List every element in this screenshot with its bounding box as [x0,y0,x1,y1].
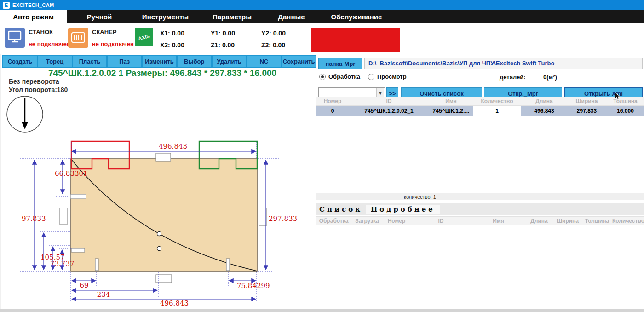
barcode-scanner-icon [68,28,88,48]
window-title: EXCITECH_CAM [12,2,54,8]
cell-quantity: 1 [473,106,521,116]
radio-preview-label: Просмотр [377,73,407,80]
col-length2[interactable]: Длина [525,216,553,225]
col-thickness[interactable]: Толшина [606,97,644,106]
parts-table-header: Номер ID Имя Количество Длина Ширина Тол… [316,97,644,106]
axis-badge: AXIS [135,28,153,46]
machine-state: не подключен [29,40,70,47]
slot-left-top [70,194,86,199]
coord-x1: X1: 0.00 [160,29,184,37]
dim-top-width: 496.843 [159,142,187,150]
col-quantity[interactable]: Количество [473,97,521,106]
job-panel: папка-Mpr D:\_Bazissoft\Documents\Bazis\… [316,54,644,309]
slot-left-side [60,208,67,225]
col-number2[interactable]: Номер [383,216,410,225]
dim-bottom-width: 496.843 [160,299,189,307]
col-name[interactable]: Имя [429,97,473,106]
count-label: количество: 1 [404,194,436,200]
col-id[interactable]: ID [349,97,429,106]
face-button[interactable]: Пласть [73,56,107,67]
axis-label: AXIS [138,33,150,41]
tab-parameters[interactable]: Параметры [199,10,265,23]
count-status-bar: количество: 1 [316,193,644,200]
radio-processing-label: Обработка [328,73,360,80]
tab-tools[interactable]: Инструменты [132,10,199,23]
col-loading[interactable]: Загрузка [351,216,383,225]
mpr-path-field[interactable]: D:\_Bazissoft\Documents\Bazis\УП для ЧПУ… [364,58,643,69]
groove-button[interactable]: Паз [108,56,141,67]
radio-processing-dot [319,74,326,80]
slot-bottom-left [95,259,98,271]
part-title: 745^ШК.1.2.0.02 1 Размеры: 496.843 * 297… [29,68,296,78]
cell-width: 297.833 [567,106,606,116]
col-width[interactable]: Ширина [567,97,606,106]
main-tab-bar: Авто режим Ручной Инструменты Параметры … [0,10,644,23]
save-button[interactable]: Сохранить [282,56,316,67]
tool-box-top [156,153,171,161]
col-processing[interactable]: Обработка [316,216,351,225]
drill-hole-2 [157,247,161,251]
app-icon: E [3,2,10,9]
dim-left-height: 97.833 [22,214,46,223]
cell-name: 745^ШК.1.2.... [429,106,473,116]
radio-preview[interactable]: Просмотр [368,73,407,80]
coord-y1: Y1: 0.00 [211,29,235,37]
create-button[interactable]: Создать [3,56,37,67]
tab-manual[interactable]: Ручной [67,10,132,23]
part-drawing: 496.843 97.833 297.833 66.83301 105.57 7… [1,133,317,309]
list-tab-strip: Список Подробнее [316,203,644,215]
monitor-icon [5,28,25,48]
panel-body [71,159,257,271]
details-label: деталей: [500,74,526,81]
tab-service[interactable]: Обслуживание [317,10,396,23]
tab-data[interactable]: Данные [265,10,317,23]
radio-preview-dot [368,74,374,80]
col-id2[interactable]: ID [410,216,472,225]
dim-right-height: 297.833 [269,214,297,223]
scanner-state: не подключен [92,40,134,47]
details-value: 0(м²) [543,74,557,81]
delete-button[interactable]: Удалить [213,56,246,67]
flip-note: Без переворота [9,78,59,85]
cell-id: 745^ШК.1.2.0.02_1 [349,106,429,116]
scanner-status-icon [68,28,88,48]
dim-h2: 73.737 [50,260,75,268]
col-number[interactable]: Номер [316,97,349,106]
drawing-panel: Создать Торец Пласть Паз Изменить Выбор … [0,54,316,309]
radio-processing[interactable]: Обработка [319,73,360,80]
end-face-button[interactable]: Торец [38,56,72,67]
coord-z1: Z1: 0.00 [211,41,235,49]
col-thickness2[interactable]: Толшина [582,216,612,225]
alarm-indicator [311,28,400,52]
mouse-cursor-icon [615,92,621,100]
tab-details[interactable]: Подробнее [366,205,440,214]
rotation-arrow-icon [6,95,44,133]
coord-y2: Y2: 0.00 [261,29,286,37]
machine-label: СТАНОК [29,29,53,35]
edit-button[interactable]: Изменить [143,56,176,67]
col-length[interactable]: Длина [521,97,567,106]
title-bar: E EXCITECH_CAM [0,0,644,10]
tab-auto-mode[interactable]: Авто режим [0,10,67,23]
slot-bottom-right [226,259,230,271]
cell-thickness: 16.000 [606,106,644,116]
dim-offset-top: 66.83301 [55,169,88,178]
bottom-strip [0,309,644,312]
table-row[interactable]: 0 745^ШК.1.2.0.02_1 745^ШК.1.2.... 1 496… [316,106,644,116]
tab-list[interactable]: Список [319,205,373,214]
col-width2[interactable]: Ширина [553,216,582,225]
dim-234: 234 [97,290,110,299]
mpr-folder-button[interactable]: папка-Mpr [318,58,362,69]
dim-75: 75.84299 [237,282,270,290]
rotation-note: Угол поворота:180 [9,86,68,93]
queue-table-header: Обработка Загрузка Номер ID Имя Длина Ши… [316,216,644,225]
edit-toolbar: Создать Торец Пласть Паз Изменить Выбор … [2,55,316,68]
slot-left-low [71,248,85,252]
nc-button[interactable]: NC [247,56,281,67]
dim-69: 69 [80,281,88,289]
col-name2[interactable]: Имя [472,216,525,225]
select-button[interactable]: Выбор [178,56,211,67]
cell-number: 0 [316,106,349,116]
status-row: СТАНОК не подключен СКАНЕР не подключен … [0,23,644,54]
col-quantity2[interactable]: Количество [612,216,644,225]
